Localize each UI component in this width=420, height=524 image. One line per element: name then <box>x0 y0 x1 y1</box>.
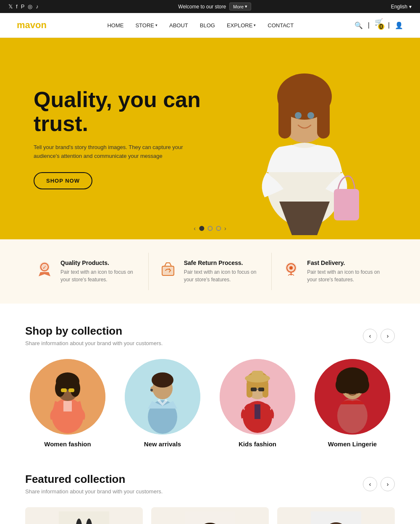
hero-title: Quality, you can trust. <box>34 88 210 136</box>
nav-about[interactable]: ABOUT <box>169 22 188 29</box>
collection-circle-kids <box>220 359 295 435</box>
carousel-dot-1[interactable] <box>199 226 204 231</box>
collection-women-fashion[interactable]: Women fashion <box>25 359 110 448</box>
feature-return: Safe Return Process. Pair text with an i… <box>149 253 272 290</box>
tiktok-icon[interactable]: ♪ <box>36 3 39 10</box>
hero-person-svg <box>216 42 393 239</box>
svg-rect-52 <box>59 511 109 524</box>
account-icon[interactable]: 👤 <box>395 21 403 29</box>
logo[interactable]: mavon <box>17 20 47 31</box>
collection-label-kids: Kids fashion <box>215 440 300 448</box>
svg-point-6 <box>295 112 302 119</box>
svg-rect-57 <box>185 511 235 524</box>
featured-grid <box>25 507 395 524</box>
cart-badge: 0 <box>378 24 384 30</box>
feature-delivery-text: Fast Delivery. Pair text with an icon to… <box>307 259 385 283</box>
prev-arrow[interactable]: ‹ <box>194 225 196 232</box>
chevron-down-icon: ▾ <box>245 4 247 9</box>
carousel-dot-2[interactable] <box>207 226 213 231</box>
social-icons[interactable]: 𝕏 f P ◎ ♪ <box>8 3 39 10</box>
hero-subtitle: Tell your brand's story through images. … <box>34 143 210 161</box>
search-icon[interactable]: 🔍 <box>354 21 363 29</box>
welcome-message: Welcome to our store More ▾ <box>178 3 251 10</box>
svg-rect-12 <box>162 266 174 275</box>
twitter-icon[interactable]: 𝕏 <box>8 3 13 10</box>
return-icon <box>159 259 177 278</box>
svg-rect-25 <box>68 388 74 392</box>
chevron-down-icon: ▾ <box>254 23 256 27</box>
feature-quality: ✓ Quality Products. Pair text with an ic… <box>25 253 149 290</box>
shop-now-button[interactable]: SHOP NOW <box>34 172 92 189</box>
language-selector[interactable]: English ▾ <box>391 4 412 10</box>
collection-label-new: New arrivals <box>120 440 205 448</box>
nav-store[interactable]: STORE ▾ <box>135 22 158 29</box>
nav-blog[interactable]: BLOG <box>200 22 215 29</box>
svg-rect-42 <box>252 371 263 379</box>
featured-title: Featured collection <box>25 473 163 486</box>
featured-section: Featured collection Share information ab… <box>0 469 420 524</box>
collection-circle-lingerie <box>315 359 390 435</box>
svg-text:✓: ✓ <box>42 265 47 270</box>
svg-rect-27 <box>63 401 72 411</box>
hero-content: Quality, you can trust. Tell your brand'… <box>34 88 210 190</box>
collection-circle-women <box>30 359 105 435</box>
instagram-icon[interactable]: ◎ <box>28 3 32 10</box>
collections-section: Shop by collection Share information abo… <box>0 304 420 469</box>
nav-home[interactable]: HOME <box>107 22 123 29</box>
collection-label-women: Women fashion <box>25 440 110 448</box>
feature-return-text: Safe Return Process. Pair text with an i… <box>184 259 262 283</box>
hero-carousel-dots: ‹ › <box>194 225 226 232</box>
svg-rect-43 <box>251 388 257 391</box>
carousel-dot-3[interactable] <box>216 226 221 231</box>
collection-kids-fashion[interactable]: Kids fashion <box>215 359 300 448</box>
cart-icon[interactable]: 🛒 0 <box>375 18 383 32</box>
collection-women-lingerie[interactable]: Women Lingerie <box>310 359 395 448</box>
navbar: mavon HOME STORE ▾ ABOUT BLOG EXPLORE ▾ … <box>0 13 420 38</box>
collections-subtitle: Share information about your brand with … <box>25 340 163 346</box>
pinterest-icon[interactable]: P <box>21 3 25 10</box>
nav-links: HOME STORE ▾ ABOUT BLOG EXPLORE ▾ CONTAC… <box>107 22 294 29</box>
svg-rect-5 <box>317 97 330 139</box>
svg-point-16 <box>289 266 293 270</box>
collections-title: Shop by collection <box>25 325 163 338</box>
collections-grid: Women fashion <box>25 359 395 448</box>
chevron-down-icon: ▾ <box>409 4 412 10</box>
facebook-icon[interactable]: f <box>16 3 18 10</box>
chevron-down-icon: ▾ <box>155 23 158 27</box>
featured-prev-button[interactable]: ‹ <box>363 477 377 491</box>
quality-icon: ✓ <box>35 259 54 278</box>
collections-prev-button[interactable]: ‹ <box>363 329 377 343</box>
featured-title-area: Featured collection Share information ab… <box>25 473 163 495</box>
svg-point-7 <box>307 112 314 119</box>
next-arrow[interactable]: › <box>224 225 226 232</box>
more-button[interactable]: More ▾ <box>229 3 251 10</box>
collections-next-button[interactable]: › <box>381 329 395 343</box>
svg-point-50 <box>336 377 351 393</box>
collection-label-lingerie: Women Lingerie <box>310 440 395 448</box>
featured-arrows: ‹ › <box>363 477 395 491</box>
svg-point-51 <box>354 377 369 393</box>
hero-image <box>189 38 420 239</box>
top-bar: 𝕏 f P ◎ ♪ Welcome to our store More ▾ En… <box>0 0 420 13</box>
featured-header: Featured collection Share information ab… <box>25 473 395 495</box>
collection-new-arrivals[interactable]: New arrivals <box>120 359 205 448</box>
collection-circle-new <box>125 359 200 435</box>
hero-section: Quality, you can trust. Tell your brand'… <box>0 38 420 239</box>
featured-next-button[interactable]: › <box>381 477 395 491</box>
svg-rect-36 <box>255 404 260 419</box>
featured-card-1[interactable] <box>25 507 143 524</box>
svg-rect-8 <box>334 189 359 220</box>
svg-point-31 <box>152 372 173 388</box>
collections-arrows: ‹ › <box>363 329 395 343</box>
featured-card-2[interactable] <box>151 507 269 524</box>
delivery-icon <box>282 259 300 278</box>
nav-contact[interactable]: CONTACT <box>268 22 294 29</box>
feature-quality-text: Quality Products. Pair text with an icon… <box>60 259 138 283</box>
svg-rect-4 <box>278 97 291 139</box>
nav-explore[interactable]: EXPLORE ▾ <box>227 22 256 29</box>
svg-rect-24 <box>61 388 67 392</box>
svg-rect-63 <box>311 511 361 524</box>
featured-card-3[interactable] <box>277 507 395 524</box>
svg-rect-44 <box>258 388 264 391</box>
svg-point-33 <box>150 389 153 391</box>
